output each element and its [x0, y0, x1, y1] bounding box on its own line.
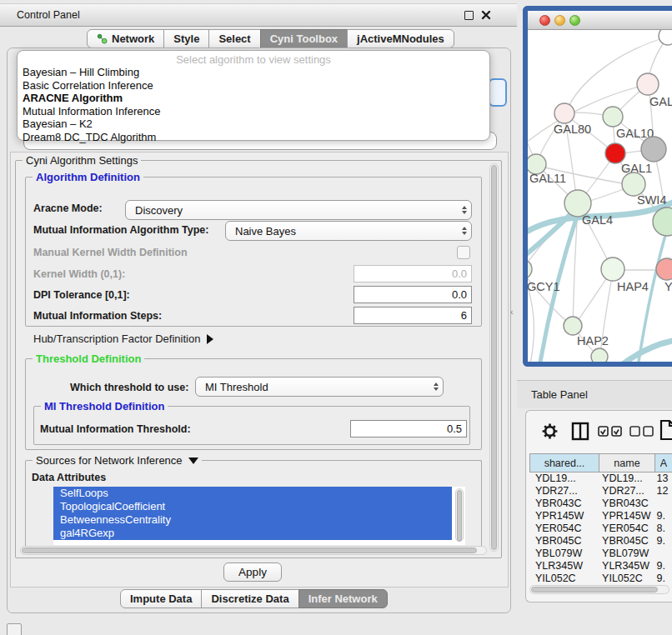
settings-vertical-scrollbar[interactable] — [489, 163, 499, 552]
network-node-hap4[interactable] — [601, 258, 624, 281]
tab-impute-data[interactable]: Impute Data — [120, 589, 202, 608]
network-node-swi4[interactable] — [622, 172, 645, 196]
manual-kernel-checkbox[interactable] — [457, 246, 470, 259]
mi-threshold-field[interactable]: 0.5 — [350, 420, 467, 438]
mi-type-label: Mutual Information Algorithm Type: — [33, 224, 208, 236]
aracne-mode-select[interactable]: Discovery — [125, 200, 472, 220]
mac-zoom-icon[interactable] — [569, 15, 580, 26]
network-node-gal80[interactable] — [554, 103, 574, 123]
mi-steps-field[interactable]: 6 — [354, 307, 472, 324]
table-header-row: shared...nameA — [530, 453, 672, 472]
attr-list-scrollbar[interactable] — [455, 488, 464, 542]
settings-horizontal-scrollbar[interactable] — [20, 546, 487, 555]
app-root: Control Panel NetworkStyleSelectCyni Too… — [0, 0, 672, 635]
tab-label: Select — [218, 32, 250, 45]
table-row[interactable]: YER054CYER054C8. — [530, 522, 672, 535]
network-node-y[interactable] — [656, 258, 672, 280]
algorithm-option[interactable]: Dream8 DC_TDC Algorithm — [18, 131, 489, 144]
table-row[interactable]: YDR27...YDR27...12 — [530, 485, 672, 498]
kernel-width-label: Kernel Width (0,1): — [33, 268, 125, 280]
table-row[interactable]: YPR145WYPR145W9. — [530, 510, 672, 522]
table-cell: 9. — [654, 572, 672, 585]
data-attribute-item[interactable]: SelfLoops — [53, 487, 452, 500]
data-attribute-item[interactable]: TopologicalCoefficient — [53, 500, 452, 513]
close-panel-icon[interactable] — [481, 10, 491, 20]
table-row[interactable]: YBL079WYBL079W — [530, 548, 672, 560]
network-node[interactable] — [591, 348, 608, 362]
gear-icon[interactable] — [540, 422, 559, 441]
algorithm-dropdown-items: Bayesian – Hill ClimbingBasic Correlatio… — [18, 66, 489, 143]
network-node-gal1[interactable] — [605, 143, 625, 163]
mac-close-icon[interactable] — [539, 15, 550, 26]
table-row[interactable]: YBR043CYBR043C — [530, 498, 672, 510]
mi-type-select[interactable]: Naive Bayes — [225, 221, 472, 241]
node-label: Y — [664, 280, 672, 293]
column-header[interactable]: A — [654, 453, 672, 472]
unchecked-checkboxes-icon[interactable] — [629, 426, 654, 437]
tab-style[interactable]: Style — [163, 29, 209, 48]
column-header[interactable]: shared... — [529, 453, 599, 472]
network-node-gal[interactable] — [637, 73, 659, 95]
algorithm-option[interactable]: Bayesian – K2 — [18, 118, 489, 131]
aracne-mode-label: Aracne Mode: — [33, 202, 103, 214]
network-node[interactable] — [641, 137, 666, 162]
float-window-icon[interactable] — [464, 11, 474, 20]
algorithm-option[interactable]: ARACNE Algorithm — [18, 92, 489, 105]
tab-jactivemnodules[interactable]: jActiveMNodules — [347, 29, 454, 48]
table-cell: 13 — [654, 472, 672, 485]
minimized-panel-icon[interactable] — [7, 623, 22, 635]
network-node[interactable] — [659, 30, 672, 45]
algorithm-option[interactable]: Mutual Information Inference — [18, 105, 489, 118]
tab-network[interactable]: Network — [87, 29, 164, 48]
dpi-tolerance-label: DPI Tolerance [0,1]: — [33, 289, 130, 301]
network-node-hap2[interactable] — [564, 317, 582, 335]
apply-button[interactable]: Apply — [223, 562, 282, 582]
which-threshold-label: Which threshold to use: — [70, 382, 188, 393]
node-label: GCY1 — [528, 280, 560, 293]
data-attributes-list: SelfLoopsTopologicalCoefficientBetweenne… — [53, 487, 465, 545]
network-window-titlebar[interactable] — [528, 11, 672, 30]
tab-select[interactable]: Select — [208, 29, 260, 48]
table-cell: 9. — [654, 560, 672, 572]
focused-button-fragment[interactable] — [489, 78, 507, 107]
table-row[interactable]: YBR045CYBR045C9. — [530, 535, 672, 548]
kernel-width-field[interactable]: 0.0 — [354, 265, 472, 282]
tab-cyni-toolbox[interactable]: Cyni Toolbox — [260, 29, 348, 48]
split-columns-icon[interactable] — [571, 422, 589, 441]
table-row[interactable]: YDL19...YDL19...13 — [530, 472, 672, 485]
table-row[interactable]: YLR345WYLR345W9. — [530, 560, 672, 572]
hub-section-toggle[interactable]: Hub/Transcription Factor Definition — [33, 332, 213, 345]
node-label: GAL80 — [554, 122, 591, 136]
table-cell: YPR145W — [530, 510, 598, 522]
checked-checkboxes-icon[interactable] — [598, 426, 623, 437]
sources-group-header[interactable]: Sources for Network Inference — [33, 454, 202, 467]
node-label: GAL4 — [582, 213, 613, 227]
tab-infer-network[interactable]: Infer Network — [298, 589, 388, 608]
algorithm-option[interactable]: Bayesian – Hill Climbing — [18, 66, 489, 79]
document-icon[interactable] — [659, 419, 672, 441]
data-attribute-item[interactable]: gal4RGexp — [53, 527, 452, 540]
column-header[interactable]: name — [599, 453, 655, 472]
table-cell — [654, 548, 672, 560]
algorithm-dropdown-list: Select algorithm to view settings Bayesi… — [17, 50, 490, 141]
network-node-gcy1[interactable] — [528, 259, 532, 279]
table-panel-title: Table Panel — [531, 388, 588, 401]
table-cell: YER054C — [598, 522, 653, 535]
splitter-collapse-icon[interactable]: ‹ — [510, 307, 514, 317]
tab-discretize-data[interactable]: Discretize Data — [201, 589, 298, 608]
network-edge-highlighted[interactable] — [619, 340, 672, 362]
mi-threshold-group-title: MI Threshold Definition — [41, 400, 168, 412]
network-node-gal10[interactable] — [603, 107, 623, 127]
algorithm-option[interactable]: Basic Correlation Inference — [18, 79, 489, 92]
network-canvas[interactable]: GALGAL80GAL10GAL1GAL11SWI4GAL4GCY1HAP4YH… — [528, 30, 672, 362]
mi-threshold-label: Mutual Information Threshold: — [40, 423, 191, 435]
table-cell: YBR043C — [530, 498, 598, 510]
hub-section-label: Hub/Transcription Factor Definition — [33, 332, 200, 345]
dpi-tolerance-field[interactable]: 0.0 — [354, 286, 472, 303]
mac-minimize-icon[interactable] — [554, 15, 565, 26]
table-horizontal-scrollbar[interactable] — [529, 585, 669, 594]
data-attribute-item[interactable]: BetweennessCentrality — [53, 513, 452, 527]
table-row[interactable]: YIL052CYIL052C9. — [530, 572, 672, 585]
which-threshold-select[interactable]: MI Threshold — [195, 377, 444, 397]
table-cell: YBR045C — [598, 535, 653, 548]
